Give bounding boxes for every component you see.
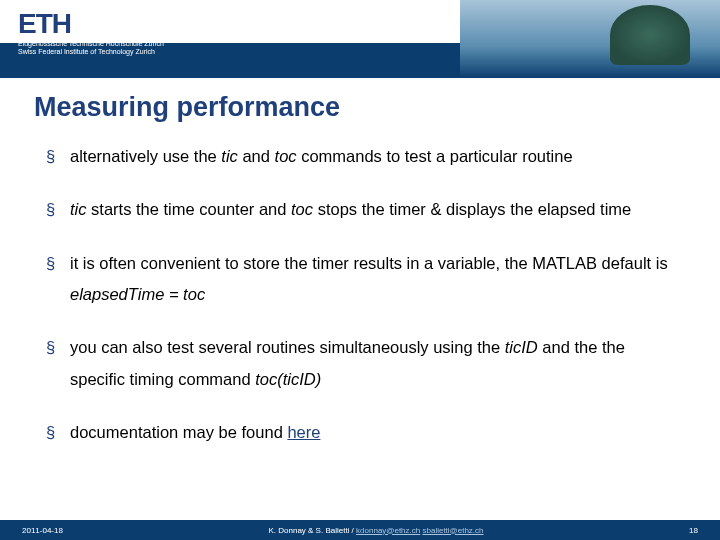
code-tic: tic: [70, 200, 87, 218]
code-tic: tic: [221, 147, 238, 165]
slide-header: ETH Eidgenössische Technische Hochschule…: [0, 0, 720, 78]
footer-authors: K. Donnay & S. Balietti / kdonnay@ethz.c…: [63, 526, 689, 535]
eth-logo: ETH: [18, 8, 71, 40]
text: commands to test a particular routine: [297, 147, 573, 165]
bullet-item: it is often convenient to store the time…: [46, 248, 684, 311]
code-tocticid: toc(ticID): [255, 370, 321, 388]
code-toc: toc: [291, 200, 313, 218]
text: alternatively use the: [70, 147, 221, 165]
text: documentation may be found: [70, 423, 287, 441]
slide-footer: 2011-04-18 K. Donnay & S. Balietti / kdo…: [0, 520, 720, 540]
text: and: [238, 147, 275, 165]
text: stops the timer & displays the elapsed t…: [313, 200, 631, 218]
code-elapsed: elapsedTime = toc: [70, 285, 205, 303]
slide-title: Measuring performance: [34, 92, 720, 123]
dome-image: [610, 5, 690, 65]
bullet-item: documentation may be found here: [46, 417, 684, 448]
text: you can also test several routines simul…: [70, 338, 505, 356]
bullet-item: alternatively use the tic and toc comman…: [46, 141, 684, 172]
eth-logo-subtitle: Eidgenössische Technische Hochschule Zür…: [18, 40, 164, 57]
slide-content: alternatively use the tic and toc comman…: [0, 141, 720, 448]
bullet-item: you can also test several routines simul…: [46, 332, 684, 395]
code-toc: toc: [275, 147, 297, 165]
bullet-item: tic starts the time counter and toc stop…: [46, 194, 684, 225]
logo-sub-line2: Swiss Federal Institute of Technology Zu…: [18, 48, 155, 55]
text: starts the time counter and: [87, 200, 292, 218]
doc-link[interactable]: here: [287, 423, 320, 441]
header-photo: [460, 0, 720, 78]
authors-text: K. Donnay & S. Balietti /: [268, 526, 356, 535]
email-link-2[interactable]: sbalietti@ethz.ch: [422, 526, 483, 535]
code-ticid: ticID: [505, 338, 538, 356]
email-link-1[interactable]: kdonnay@ethz.ch: [356, 526, 420, 535]
footer-page-number: 18: [689, 526, 698, 535]
text: it is often convenient to store the time…: [70, 254, 668, 272]
footer-date: 2011-04-18: [22, 526, 63, 535]
logo-sub-line1: Eidgenössische Technische Hochschule Zür…: [18, 40, 164, 47]
